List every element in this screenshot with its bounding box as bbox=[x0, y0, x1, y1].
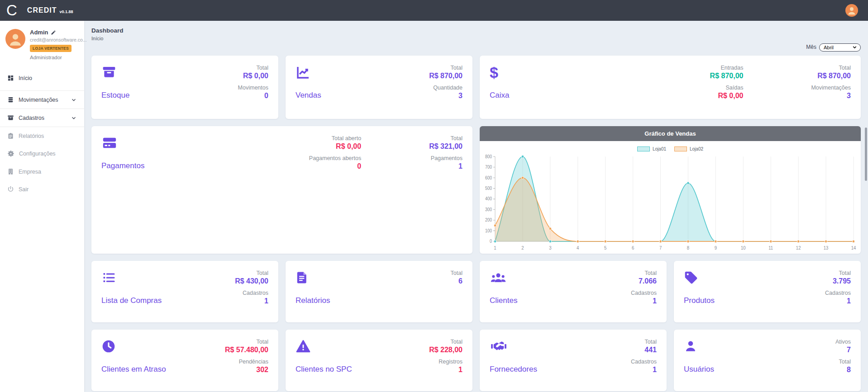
stat-label: Registros bbox=[429, 359, 463, 365]
card-lista-de-compras[interactable]: Lista de Compras TotalR$ 430,00 Cadastro… bbox=[91, 261, 278, 322]
card-clientes-em-atraso[interactable]: Clientes em Atraso TotalR$ 57.480,00 Pen… bbox=[91, 330, 278, 391]
stat-label: Total aberto bbox=[309, 135, 361, 142]
sales-chart-card: Gráfico de Vendas Loja01 Loja02 01002003… bbox=[480, 126, 861, 254]
legend-item-loja02[interactable]: Loja02 bbox=[674, 146, 703, 151]
tag-icon bbox=[684, 270, 715, 285]
svg-text:4: 4 bbox=[577, 245, 579, 250]
card-title: Fornecedores bbox=[490, 365, 537, 374]
sidebar-item-label: Empresa bbox=[19, 169, 41, 175]
legend-label: Loja01 bbox=[653, 146, 666, 151]
edit-pencil-icon[interactable] bbox=[51, 30, 56, 35]
card-clientes[interactable]: Clientes Total7.066 Cadastros1 bbox=[480, 261, 667, 322]
users-icon bbox=[490, 270, 517, 285]
sidebar-item-movimentacoes[interactable]: Movimentações bbox=[0, 90, 84, 109]
stat-value: R$ 870,00 bbox=[710, 72, 744, 80]
stat-value: 6 bbox=[451, 277, 463, 285]
stat-label: Total bbox=[631, 339, 657, 345]
sidebar-item-sair[interactable]: Sair bbox=[0, 180, 84, 198]
stat-label: Cadastros bbox=[825, 290, 851, 296]
stat-value: 0 bbox=[238, 92, 268, 100]
chart-line-icon bbox=[296, 65, 321, 80]
scrollbar-thumb[interactable] bbox=[865, 128, 867, 181]
breadcrumb: Início bbox=[91, 36, 861, 41]
sidebar-item-inicio[interactable]: Início bbox=[0, 69, 84, 87]
database-icon bbox=[7, 96, 14, 103]
stat-value: 8 bbox=[835, 366, 851, 374]
clipboard-icon bbox=[7, 132, 14, 139]
svg-text:3: 3 bbox=[549, 245, 552, 250]
stat-value: 1 bbox=[429, 366, 463, 374]
card-caixa[interactable]: $ Caixa EntradasR$ 870,00 SaídasR$ 0,00 … bbox=[480, 56, 861, 119]
stat-value: 7 bbox=[835, 346, 851, 354]
stat-label: Total bbox=[238, 65, 268, 71]
card-clientes-no-spc[interactable]: Clientes no SPC TotalR$ 228,00 Registros… bbox=[286, 330, 472, 391]
card-produtos[interactable]: Produtos Total3.795 Cadastros1 bbox=[674, 261, 861, 322]
card-vendas[interactable]: Vendas TotalR$ 870,00 Quantidade3 bbox=[286, 56, 472, 119]
sidebar: Admin credit@anronsoftware.co... LOJA VE… bbox=[0, 21, 84, 392]
stat-label: Total bbox=[225, 339, 268, 345]
grid-icon bbox=[7, 75, 14, 81]
card-usuarios[interactable]: Usuários Ativos7 Total8 bbox=[674, 330, 861, 391]
user-avatar-sidebar bbox=[5, 29, 25, 49]
svg-text:12: 12 bbox=[796, 245, 801, 250]
svg-text:700: 700 bbox=[485, 165, 492, 170]
sidebar-item-empresa[interactable]: Empresa bbox=[0, 163, 84, 180]
svg-text:6: 6 bbox=[632, 245, 634, 250]
box-icon bbox=[7, 114, 14, 121]
month-select[interactable]: Abril bbox=[819, 43, 861, 52]
stat-label: Pagamentos bbox=[429, 155, 463, 161]
card-title: Clientes no SPC bbox=[296, 365, 352, 374]
stat-label: Cadastros bbox=[235, 290, 268, 296]
stat-value: R$ 870,00 bbox=[811, 72, 851, 80]
person-icon bbox=[5, 29, 25, 49]
stat-label: Pendências bbox=[225, 359, 268, 365]
stat-value: R$ 57.480,00 bbox=[225, 346, 268, 354]
stat-value: R$ 321,00 bbox=[429, 142, 463, 151]
sidebar-item-configuracoes[interactable]: Configurações bbox=[0, 145, 84, 163]
legend-swatch bbox=[674, 146, 687, 151]
legend-item-loja01[interactable]: Loja01 bbox=[637, 146, 666, 151]
card-estoque[interactable]: Estoque TotalR$ 0,00 Movimentos0 bbox=[91, 56, 278, 119]
user-name: Admin bbox=[30, 29, 48, 36]
svg-text:100: 100 bbox=[485, 228, 492, 233]
card-relatorios[interactable]: Relatórios Total6 bbox=[286, 261, 472, 322]
card-title: Estoque bbox=[101, 91, 129, 100]
svg-text:500: 500 bbox=[485, 186, 492, 191]
card-title: Lista de Compras bbox=[101, 296, 162, 305]
user-avatar-topbar[interactable] bbox=[845, 4, 858, 17]
svg-text:11: 11 bbox=[768, 245, 773, 250]
svg-text:8: 8 bbox=[687, 245, 690, 250]
list-icon bbox=[101, 270, 162, 285]
stat-label: Movimentos bbox=[238, 85, 268, 91]
sales-chart: 0100200300400500600700800123456789101112… bbox=[480, 151, 861, 254]
svg-text:13: 13 bbox=[824, 245, 829, 250]
svg-text:9: 9 bbox=[715, 245, 717, 250]
stat-label: Movimentações bbox=[811, 85, 851, 91]
stat-value: R$ 0,00 bbox=[238, 72, 268, 80]
stat-value: 1 bbox=[429, 162, 463, 170]
stat-label: Cadastros bbox=[631, 359, 657, 365]
clock-icon bbox=[101, 339, 166, 354]
stat-label: Total bbox=[429, 339, 463, 345]
card-fornecedores[interactable]: Fornecedores Total441 Cadastros1 bbox=[480, 330, 667, 391]
stat-value: 1 bbox=[235, 297, 268, 305]
sidebar-item-relatorios[interactable]: Relatórios bbox=[0, 127, 84, 145]
sidebar-item-label: Sair bbox=[19, 186, 29, 193]
stat-value: 1 bbox=[825, 297, 851, 305]
stat-label: Quantidade bbox=[429, 85, 463, 91]
svg-text:2: 2 bbox=[521, 245, 524, 250]
svg-text:7: 7 bbox=[659, 245, 662, 250]
stat-value: 1 bbox=[631, 297, 657, 305]
stat-value: R$ 0,00 bbox=[309, 142, 361, 151]
stat-label: Total bbox=[825, 270, 851, 276]
card-pagamentos[interactable]: Pagamentos Total abertoR$ 0,00 Pagamento… bbox=[91, 126, 472, 254]
gear-icon bbox=[7, 150, 14, 157]
main-content: Dashboard Início Mês Abril Estoque Total… bbox=[84, 21, 868, 392]
svg-text:14: 14 bbox=[851, 245, 856, 250]
stat-value: 1 bbox=[631, 366, 657, 374]
stat-label: Total bbox=[429, 65, 463, 71]
stat-value: 3 bbox=[811, 92, 851, 100]
sidebar-item-cadastros[interactable]: Cadastros bbox=[0, 109, 84, 127]
chevron-down-icon bbox=[71, 115, 77, 121]
stat-value: R$ 870,00 bbox=[429, 72, 463, 80]
